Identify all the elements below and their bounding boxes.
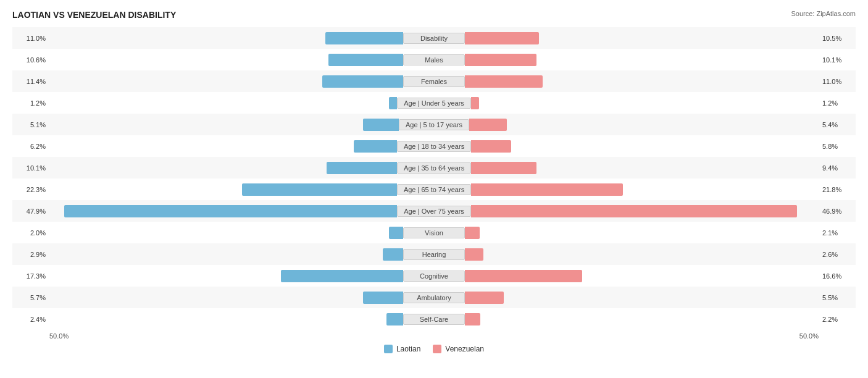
table-row: 1.2% Age | Under 5 years 1.2%	[12, 92, 856, 114]
blue-bar-11	[281, 270, 403, 282]
blue-bar-7	[242, 183, 397, 196]
val-right-10: 2.6%	[819, 251, 856, 258]
pink-bar-11	[465, 270, 582, 282]
legend: Laotian Venezuelan	[12, 345, 856, 353]
val-right-4: 5.4%	[819, 121, 856, 128]
val-left-7: 22.3%	[12, 186, 49, 193]
val-left-8: 47.9%	[12, 208, 49, 215]
table-row: 5.7% Ambulatory 5.5%	[12, 287, 856, 308]
blue-bar-9	[389, 227, 403, 239]
legend-venezuelan-label: Venezuelan	[445, 345, 484, 353]
val-right-1: 10.1%	[819, 56, 856, 64]
table-row: 2.4% Self-Care 2.2%	[12, 308, 856, 330]
pink-bar-8	[471, 205, 797, 217]
row-label-7: Age | 65 to 74 years	[397, 184, 471, 195]
val-left-9: 2.0%	[12, 229, 49, 237]
table-row: 11.4% Females 11.0%	[12, 70, 856, 92]
axis-labels: 50.0% 50.0%	[12, 332, 856, 340]
pink-bar-1	[465, 54, 536, 66]
pink-bar-13	[465, 313, 480, 326]
row-label-11: Cognitive	[403, 271, 465, 282]
blue-bar-10	[383, 248, 403, 261]
val-left-0: 11.0%	[12, 35, 49, 42]
pink-bar-2	[465, 75, 543, 88]
axis-right: 50.0%	[799, 332, 819, 340]
val-left-2: 11.4%	[12, 78, 49, 85]
table-row: 6.2% Age | 18 to 34 years 5.8%	[12, 135, 856, 157]
val-left-5: 6.2%	[12, 143, 49, 150]
source-label: Source: ZipAtlas.com	[791, 10, 856, 17]
blue-bar-3	[389, 97, 398, 109]
pink-bar-0	[465, 32, 539, 44]
legend-laotian-box	[384, 345, 393, 353]
val-right-8: 46.9%	[819, 208, 856, 215]
pink-bar-3	[471, 97, 480, 109]
row-label-13: Self-Care	[403, 314, 465, 325]
axis-left: 50.0%	[49, 332, 69, 340]
val-right-2: 11.0%	[819, 78, 856, 85]
row-label-5: Age | 18 to 34 years	[397, 141, 471, 152]
table-row: 2.9% Hearing 2.6%	[12, 243, 856, 265]
blue-bar-2	[322, 75, 403, 88]
legend-laotian-label: Laotian	[396, 345, 420, 353]
row-label-9: Vision	[403, 227, 465, 238]
blue-bar-5	[354, 140, 397, 153]
val-right-9: 2.1%	[819, 229, 856, 237]
blue-bar-8	[64, 205, 398, 217]
chart-area: 11.0% Disability 10.5% 10.6% Males	[12, 27, 856, 340]
val-right-11: 16.6%	[819, 272, 856, 280]
val-right-13: 2.2%	[819, 316, 856, 323]
val-right-7: 21.8%	[819, 186, 856, 193]
row-label-12: Ambulatory	[403, 292, 465, 303]
val-left-10: 2.9%	[12, 251, 49, 258]
val-left-11: 17.3%	[12, 272, 49, 280]
row-label-6: Age | 35 to 64 years	[397, 162, 471, 174]
val-right-0: 10.5%	[819, 35, 856, 42]
legend-venezuelan: Venezuelan	[433, 345, 484, 353]
pink-bar-6	[471, 162, 536, 174]
row-label-2: Females	[403, 76, 465, 87]
pink-bar-4	[469, 119, 507, 131]
val-left-1: 10.6%	[12, 56, 49, 64]
val-left-12: 5.7%	[12, 294, 49, 301]
pink-bar-12	[465, 292, 504, 304]
val-left-13: 2.4%	[12, 316, 49, 323]
pink-bar-5	[471, 140, 511, 153]
blue-bar-13	[386, 313, 404, 326]
val-left-4: 5.1%	[12, 121, 49, 128]
blue-bar-12	[363, 292, 403, 304]
table-row: 2.0% Vision 2.1%	[12, 222, 856, 243]
blue-bar-0	[325, 32, 403, 44]
blue-bar-6	[327, 162, 397, 174]
val-right-6: 9.4%	[819, 164, 856, 172]
pink-bar-9	[465, 227, 480, 239]
row-label-10: Hearing	[403, 249, 465, 260]
row-label-0: Disability	[403, 33, 465, 44]
row-label-8: Age | Over 75 years	[397, 206, 471, 217]
val-left-6: 10.1%	[12, 164, 49, 172]
table-row: 10.6% Males 10.1%	[12, 49, 856, 70]
legend-venezuelan-box	[433, 345, 441, 353]
val-right-3: 1.2%	[819, 99, 856, 107]
page-title: LAOTIAN VS VENEZUELAN DISABILITY	[12, 10, 176, 20]
blue-bar-1	[328, 54, 403, 66]
table-row: 22.3% Age | 65 to 74 years 21.8%	[12, 178, 856, 200]
val-right-12: 5.5%	[819, 294, 856, 301]
table-row: 5.1% Age | 5 to 17 years 5.4%	[12, 114, 856, 135]
row-label-1: Males	[403, 54, 465, 65]
val-left-3: 1.2%	[12, 99, 49, 107]
row-label-3: Age | Under 5 years	[397, 98, 471, 109]
pink-bar-10	[465, 248, 483, 261]
blue-bar-4	[363, 119, 399, 131]
pink-bar-7	[471, 183, 622, 196]
table-row: 47.9% Age | Over 75 years 46.9%	[12, 200, 856, 222]
val-right-5: 5.8%	[819, 143, 856, 150]
table-row: 17.3% Cognitive 16.6%	[12, 265, 856, 287]
row-label-4: Age | 5 to 17 years	[399, 119, 469, 130]
table-row: 10.1% Age | 35 to 64 years 9.4%	[12, 157, 856, 178]
legend-laotian: Laotian	[384, 345, 420, 353]
table-row: 11.0% Disability 10.5%	[12, 27, 856, 49]
